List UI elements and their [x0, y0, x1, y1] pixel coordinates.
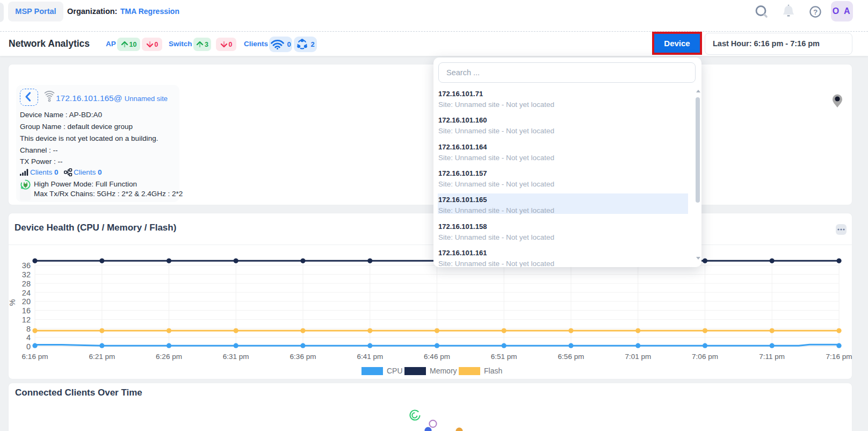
svg-text:7:01 pm: 7:01 pm [625, 353, 651, 361]
svg-text:7:16 pm: 7:16 pm [826, 353, 852, 361]
svg-text:6:51 pm: 6:51 pm [491, 353, 517, 361]
svg-text:0: 0 [26, 342, 31, 351]
svg-text:28: 28 [22, 279, 31, 288]
svg-text:6:21 pm: 6:21 pm [89, 353, 115, 361]
svg-text:6:46 pm: 6:46 pm [424, 353, 450, 361]
svg-text:Flash: Flash [484, 367, 502, 375]
svg-text:6:41 pm: 6:41 pm [357, 353, 383, 361]
svg-text:36: 36 [22, 261, 31, 270]
svg-text:7:06 pm: 7:06 pm [692, 353, 718, 361]
svg-text:8: 8 [26, 325, 31, 333]
svg-text:6:31 pm: 6:31 pm [223, 353, 249, 361]
svg-text:%: % [9, 299, 17, 306]
svg-text:6:16 pm: 6:16 pm [22, 353, 48, 361]
svg-text:6:36 pm: 6:36 pm [290, 353, 316, 361]
svg-text:6:56 pm: 6:56 pm [558, 353, 584, 361]
svg-text:24: 24 [22, 289, 31, 297]
svg-text:16: 16 [22, 306, 31, 315]
svg-text:7:11 pm: 7:11 pm [759, 353, 785, 361]
svg-text:4: 4 [26, 333, 31, 342]
svg-text:?: ? [813, 8, 818, 16]
svg-text:12: 12 [22, 315, 31, 324]
svg-text:6:26 pm: 6:26 pm [156, 353, 182, 361]
svg-text:CPU: CPU [387, 367, 403, 375]
svg-text:32: 32 [22, 270, 31, 279]
svg-text:20: 20 [22, 297, 31, 306]
svg-text:Memory: Memory [430, 367, 457, 375]
